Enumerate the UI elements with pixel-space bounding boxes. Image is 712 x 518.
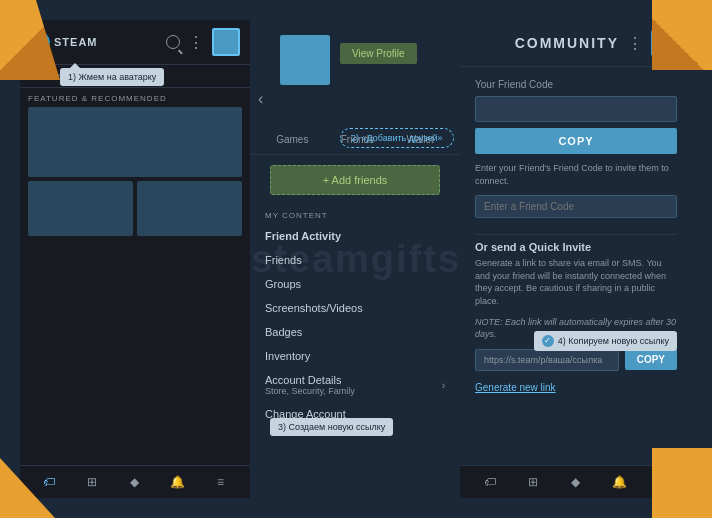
nav-bell-icon[interactable]: 🔔 xyxy=(170,474,186,490)
tab-games[interactable]: Games xyxy=(268,131,316,148)
divider xyxy=(475,234,677,235)
annotation-2-bubble: 2) «Добавить друзей» xyxy=(340,128,454,148)
quick-invite-description: Generate a link to share via email or SM… xyxy=(475,257,677,307)
copy-friend-code-button[interactable]: COPY xyxy=(475,128,677,154)
annotation-3-bubble: 3) Создаем новую ссылку xyxy=(270,418,393,436)
quick-invite-link-input[interactable] xyxy=(475,349,619,371)
right-nav-tag-icon[interactable]: 🏷 xyxy=(482,474,498,490)
invite-description: Enter your Friend's Friend Code to invit… xyxy=(475,162,677,187)
right-panel-wrapper: COMMUNITY ⋮ Your Friend Code COPY Enter … xyxy=(460,20,692,498)
enter-friend-code-input[interactable] xyxy=(475,195,677,218)
right-nav-bell-icon[interactable]: 🔔 xyxy=(611,474,627,490)
menu-inventory[interactable]: Inventory xyxy=(250,344,460,368)
main-container: STEAM ⋮ 1) Жмем на аватарку МЕНЮ▾ WISHLI… xyxy=(20,20,692,498)
left-panel: STEAM ⋮ 1) Жмем на аватарку МЕНЮ▾ WISHLI… xyxy=(20,20,250,498)
community-title: COMMUNITY xyxy=(515,35,619,51)
featured-grid xyxy=(20,107,250,236)
profile-header: View Profile xyxy=(250,20,460,95)
menu-screenshots[interactable]: Screenshots/Videos xyxy=(250,296,460,320)
search-icon[interactable] xyxy=(166,35,180,49)
quick-invite-link-row: COPY xyxy=(475,349,677,371)
menu-account-details[interactable]: Account Details Store, Security, Family … xyxy=(250,368,460,402)
more-options-icon[interactable]: ⋮ xyxy=(188,33,204,52)
friend-code-input[interactable] xyxy=(475,96,677,122)
annotation-1-bubble: 1) Жмем на аватарку xyxy=(60,68,164,86)
menu-list: Friend Activity Friends Groups Screensho… xyxy=(250,224,460,498)
my-content-label: MY CONTENT xyxy=(250,205,460,224)
quick-invite-label: Or send a Quick Invite xyxy=(475,241,677,253)
gift-corner-tr xyxy=(652,0,712,70)
featured-item-3[interactable] xyxy=(137,181,242,236)
featured-item-2[interactable] xyxy=(28,181,133,236)
friend-code-label: Your Friend Code xyxy=(475,79,677,90)
right-nav-diamond-icon[interactable]: ◆ xyxy=(568,474,584,490)
user-avatar[interactable] xyxy=(212,28,240,56)
menu-badges[interactable]: Badges xyxy=(250,320,460,344)
view-profile-button[interactable]: View Profile xyxy=(340,43,417,64)
menu-friend-activity[interactable]: Friend Activity xyxy=(250,224,460,248)
middle-panel: ‹ View Profile 2) «Добавить друзей» Game… xyxy=(250,20,460,498)
right-nav-grid-icon[interactable]: ⊞ xyxy=(525,474,541,490)
gift-corner-br xyxy=(652,448,712,518)
featured-label: FEATURED & RECOMMENDED xyxy=(20,88,250,107)
check-icon: ✓ xyxy=(542,335,554,347)
nav-grid-icon[interactable]: ⊞ xyxy=(84,474,100,490)
nav-diamond-icon[interactable]: ◆ xyxy=(127,474,143,490)
steam-header: STEAM ⋮ xyxy=(20,20,250,65)
menu-groups[interactable]: Groups xyxy=(250,272,460,296)
nav-tag-icon[interactable]: 🏷 xyxy=(41,474,57,490)
community-more-icon[interactable]: ⋮ xyxy=(627,34,643,53)
nav-menu-icon[interactable]: ≡ xyxy=(213,474,229,490)
annotation-4-bubble: ✓ 4) Копируем новую ссылку xyxy=(534,331,677,351)
community-content: Your Friend Code COPY Enter your Friend'… xyxy=(460,67,692,465)
steam-title: STEAM xyxy=(54,36,98,48)
featured-item-1[interactable] xyxy=(28,107,242,177)
generate-new-link-button[interactable]: Generate new link xyxy=(475,382,556,393)
copy-link-button[interactable]: COPY xyxy=(625,349,677,370)
left-bottom-nav: 🏷 ⊞ ◆ 🔔 ≡ xyxy=(20,465,250,498)
profile-avatar[interactable] xyxy=(280,35,330,85)
menu-friends[interactable]: Friends xyxy=(250,248,460,272)
back-arrow-icon[interactable]: ‹ xyxy=(258,90,263,108)
account-arrow-icon: › xyxy=(442,380,445,391)
add-friends-button[interactable]: + Add friends xyxy=(270,165,440,195)
